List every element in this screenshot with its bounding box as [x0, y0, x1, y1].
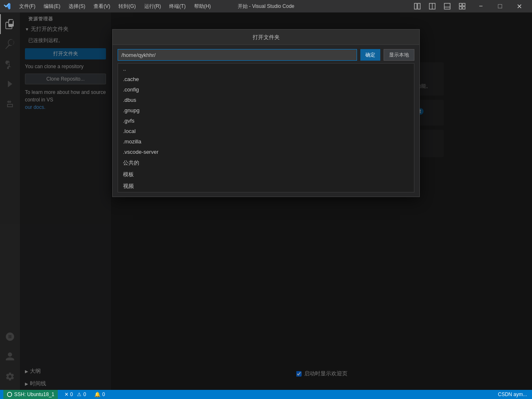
layout-toggle-icon[interactable]	[411, 2, 423, 11]
list-item-public[interactable]: 公共的	[118, 157, 414, 169]
svg-rect-1	[418, 3, 420, 9]
split-icon[interactable]	[426, 2, 438, 11]
titlebar-left: 文件(F) 编辑(E) 选择(S) 查看(V) 转到(G) 运行(R) 终端(T…	[3, 2, 214, 11]
dialog-input-row: 确定 显示本地	[118, 49, 414, 61]
menu-terminal[interactable]: 终端(T)	[166, 2, 189, 11]
close-button[interactable]: ✕	[510, 0, 529, 12]
editor-area: 最近 你没有最近使用的文件夹， 打开文件夹 以开始。 ★ 了解基础知识	[111, 12, 532, 390]
list-item-gnupg[interactable]: .gnupg	[118, 105, 414, 116]
dialog-overlay: 打开文件夹 确定 显示本地 .. .cache .config .dbus .g…	[0, 12, 532, 390]
list-item-vscode-server[interactable]: .vscode-server	[118, 147, 414, 157]
list-item-templates[interactable]: 模板	[118, 169, 414, 180]
info-status[interactable]: 🔔 0	[93, 390, 107, 399]
list-item-dbus[interactable]: .dbus	[118, 95, 414, 105]
menu-help[interactable]: 帮助(H)	[191, 2, 214, 11]
list-item-config[interactable]: .config	[118, 84, 414, 95]
remote-status-icon	[7, 392, 12, 397]
warning-icon: ⚠	[77, 392, 81, 397]
csdn-status[interactable]: CSDN aym...	[496, 390, 529, 399]
svg-rect-9	[463, 7, 465, 9]
error-count: 0	[70, 392, 73, 397]
menu-goto[interactable]: 转到(G)	[115, 2, 139, 11]
list-item-cache[interactable]: .cache	[118, 74, 414, 84]
info-icon: 🔔	[94, 392, 101, 397]
csdn-label: CSDN aym...	[498, 392, 527, 397]
customize-layout-icon[interactable]	[456, 2, 468, 11]
statusbar-right: CSDN aym...	[496, 390, 529, 399]
list-item-mozilla[interactable]: .mozilla	[118, 136, 414, 147]
titlebar: 文件(F) 编辑(E) 选择(S) 查看(V) 转到(G) 运行(R) 终端(T…	[0, 0, 532, 12]
dialog-confirm-button[interactable]: 确定	[360, 49, 380, 61]
list-item-local[interactable]: .local	[118, 126, 414, 136]
warning-count: 0	[83, 392, 86, 397]
svg-rect-0	[414, 3, 417, 9]
menu-file[interactable]: 文件(F)	[16, 2, 39, 11]
titlebar-right: − □ ✕	[411, 0, 529, 12]
menu-view[interactable]: 查看(V)	[90, 2, 113, 11]
list-item-videos[interactable]: 视频	[118, 180, 414, 192]
svg-rect-4	[444, 3, 450, 9]
error-icon: ✕	[64, 392, 69, 397]
minimize-button[interactable]: −	[471, 0, 490, 12]
titlebar-title: 开始 - Visual Studio Code	[238, 3, 295, 10]
dialog-local-button[interactable]: 显示本地	[384, 49, 414, 61]
menu-run[interactable]: 运行(R)	[141, 2, 165, 11]
info-count: 0	[102, 392, 105, 397]
main-layout: 资源管理器 ▼ 无打开的文件夹 已连接到远程。 打开文件夹 You can cl…	[0, 12, 532, 390]
titlebar-menu: 文件(F) 编辑(E) 选择(S) 查看(V) 转到(G) 运行(R) 终端(T…	[16, 2, 214, 11]
list-item-gvfs[interactable]: .gvfs	[118, 116, 414, 126]
titlebar-icon-group	[411, 2, 468, 11]
vscode-logo-icon	[3, 2, 11, 10]
dialog-body: 确定 显示本地 .. .cache .config .dbus .gnupg .…	[113, 45, 419, 197]
folder-path-input[interactable]	[118, 49, 357, 61]
dialog-title: 打开文件夹	[113, 30, 419, 45]
statusbar-left: SSH: Ubuntu18_1 ✕ 0 ⚠ 0 🔔 0	[3, 390, 107, 399]
statusbar: SSH: Ubuntu18_1 ✕ 0 ⚠ 0 🔔 0 CSDN aym...	[0, 390, 532, 399]
panel-icon[interactable]	[441, 2, 453, 11]
errors-status[interactable]: ✕ 0 ⚠ 0	[63, 390, 88, 399]
menu-edit[interactable]: 编辑(E)	[40, 2, 64, 11]
menu-select[interactable]: 选择(S)	[65, 2, 89, 11]
list-item-parent[interactable]: ..	[118, 64, 414, 74]
maximize-button[interactable]: □	[490, 0, 510, 12]
svg-rect-6	[459, 3, 462, 6]
dialog-file-list: .. .cache .config .dbus .gnupg .gvfs .lo…	[118, 63, 414, 192]
ssh-label: SSH: Ubuntu18_1	[14, 392, 54, 397]
svg-rect-7	[463, 3, 465, 6]
ssh-status[interactable]: SSH: Ubuntu18_1	[3, 390, 58, 399]
svg-rect-8	[459, 7, 462, 9]
open-folder-dialog: 打开文件夹 确定 显示本地 .. .cache .config .dbus .g…	[112, 29, 420, 197]
